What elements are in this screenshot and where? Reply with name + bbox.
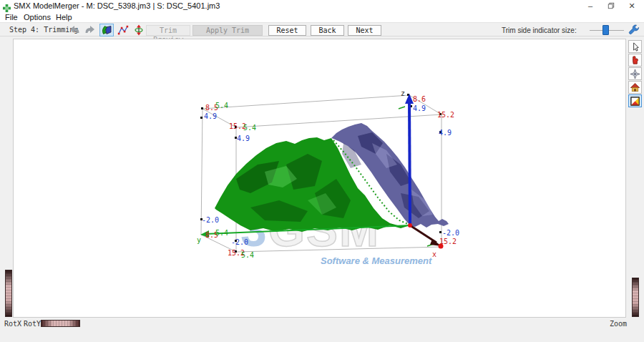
surface-tool-icon (101, 24, 112, 36)
watermark-tagline: Software & Measurement (321, 255, 431, 266)
flip-axis-tool-button[interactable] (132, 24, 146, 36)
menu-help[interactable]: Help (54, 13, 74, 21)
menu-options[interactable]: Options (22, 13, 52, 21)
apply-trim-button[interactable]: Apply Trim (192, 25, 263, 36)
smx-modelmerger-window: SMX ModelMerger - M: DSC_5398.jm3 | S: D… (0, 0, 644, 342)
view-mode-icon (630, 96, 640, 107)
view-mode-button[interactable] (628, 94, 642, 107)
step-label: Step 4: Trimming (9, 26, 78, 34)
rotation-vertical-slider[interactable] (5, 270, 12, 317)
roty-label: RotY (24, 320, 41, 328)
flip-axis-tool-icon (133, 24, 145, 36)
slider-handle[interactable] (602, 25, 609, 35)
menu-bar: File Options Help (0, 12, 644, 23)
minimize-button[interactable]: – (581, 0, 600, 12)
trim-size-slider[interactable] (590, 24, 624, 36)
viewport-3d[interactable] (13, 39, 626, 318)
compass-tool-button[interactable] (628, 67, 642, 80)
toolbar: Step 4: Trimming (0, 24, 644, 36)
back-button[interactable]: Back (311, 25, 344, 36)
app-logo-icon (3, 2, 11, 10)
surface-tool-button[interactable] (99, 24, 114, 36)
menu-file[interactable]: File (4, 13, 19, 21)
polyline-tool-button[interactable] (116, 24, 130, 36)
home-view-button[interactable] (628, 81, 642, 94)
zoom-label: Zoom (610, 320, 627, 328)
pan-tool-button[interactable] (628, 54, 642, 67)
reset-button[interactable]: Reset (268, 25, 306, 36)
watermark-logo: 3GSM (240, 206, 380, 253)
rotation-horizontal-slider[interactable] (41, 320, 80, 327)
rotx-label: RotX (4, 320, 21, 328)
restore-button[interactable] (602, 0, 620, 12)
pointer-icon (630, 41, 640, 52)
trim-preview-button[interactable]: Trim Preview (146, 25, 190, 36)
window-title: SMX ModelMerger - M: DSC_5398.jm3 | S: D… (14, 1, 220, 10)
next-button[interactable]: Next (348, 25, 381, 36)
pointer-tool-button[interactable] (628, 40, 642, 53)
close-button[interactable]: ✕ (623, 0, 641, 12)
polyline-tool-icon (117, 24, 129, 36)
zoom-vertical-slider[interactable] (632, 278, 639, 317)
compass-icon (630, 69, 640, 79)
home-icon (630, 82, 640, 93)
redo-icon[interactable] (84, 24, 97, 36)
trim-side-indicator-size-label: Trim side indicator size: (502, 26, 577, 34)
settings-wrench-icon[interactable] (628, 24, 641, 36)
pan-glove-icon (630, 55, 640, 66)
undo-icon[interactable] (69, 24, 82, 36)
title-bar: SMX ModelMerger - M: DSC_5398.jm3 | S: D… (0, 0, 644, 12)
